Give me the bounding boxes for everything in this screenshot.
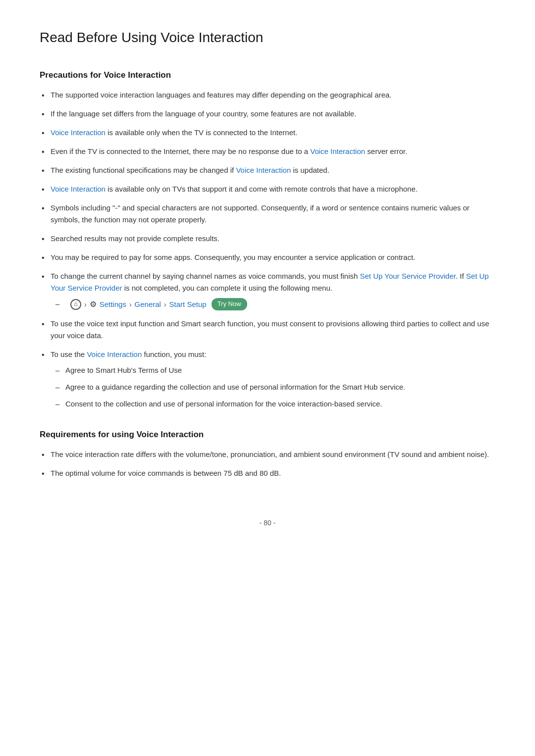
item-text: is available only on TVs that support it…	[106, 185, 418, 193]
requirements-section: Requirements for using Voice Interaction…	[40, 430, 495, 479]
set-up-service-provider-link[interactable]: Set Up Your Service Provider	[360, 272, 456, 280]
list-item: Even if the TV is connected to the Inter…	[40, 146, 495, 157]
sub-list-item: Consent to the collection and use of per…	[55, 398, 495, 410]
list-item: If the language set differs from the lan…	[40, 108, 495, 120]
chevron-icon-3: ›	[164, 299, 166, 310]
item-text: function, you must:	[142, 350, 206, 358]
list-item: To change the current channel by saying …	[40, 270, 495, 311]
sub-item-text: Agree to a guidance regarding the collec…	[65, 383, 405, 391]
page-footer: - 80 -	[40, 519, 495, 527]
try-now-badge[interactable]: Try Now	[212, 298, 247, 310]
requirements-section-title: Requirements for using Voice Interaction	[40, 430, 495, 440]
requirements-list: The voice interaction rate differs with …	[40, 449, 495, 479]
item-text: Even if the TV is connected to the Inter…	[51, 147, 310, 155]
list-item: The voice interaction rate differs with …	[40, 449, 495, 460]
item-text: . If	[456, 272, 466, 280]
item-text: If the language set differs from the lan…	[51, 109, 356, 118]
list-item: The optimal volume for voice commands is…	[40, 467, 495, 479]
page-title: Read Before Using Voice Interaction	[40, 30, 495, 50]
breadcrumb-startsetup-text: Start Setup	[169, 299, 207, 310]
chevron-icon: ›	[84, 299, 87, 310]
precautions-list: The supported voice interaction language…	[40, 89, 495, 410]
voice-interaction-link[interactable]: Voice Interaction	[236, 166, 291, 174]
voice-interaction-sublist: Agree to Smart Hub's Terms of Use Agree …	[55, 364, 495, 410]
list-item: Voice Interaction is available only on T…	[40, 183, 495, 195]
list-item: Symbols including "-" and special charac…	[40, 202, 495, 226]
voice-interaction-link[interactable]: Voice Interaction	[310, 147, 365, 155]
home-icon: ⌂	[70, 299, 81, 310]
list-item: The supported voice interaction language…	[40, 89, 495, 101]
item-text: server error.	[365, 147, 407, 155]
list-item: You may be required to pay for some apps…	[40, 252, 495, 263]
item-text: To use the	[51, 350, 87, 358]
sub-list-item: Agree to Smart Hub's Terms of Use	[55, 364, 495, 376]
item-text: is updated.	[291, 166, 329, 174]
item-text: The voice interaction rate differs with …	[51, 450, 489, 458]
breadcrumb-settings-icon: ⚙	[90, 298, 97, 311]
sub-item-text: Consent to the collection and use of per…	[65, 400, 382, 408]
list-item: Searched results may not provide complet…	[40, 233, 495, 245]
item-text: To use the voice text input function and…	[51, 319, 489, 340]
list-item: To use the voice text input function and…	[40, 318, 495, 342]
breadcrumb-settings-text: Settings	[100, 299, 126, 310]
sub-item-text: Agree to Smart Hub's Terms of Use	[65, 366, 182, 374]
item-text: The supported voice interaction language…	[51, 91, 392, 99]
voice-interaction-link[interactable]: Voice Interaction	[51, 128, 106, 137]
voice-interaction-link-3[interactable]: Voice Interaction	[87, 350, 142, 358]
item-text: The optimal volume for voice commands is…	[51, 469, 281, 477]
item-text: Searched results may not provide complet…	[51, 234, 219, 243]
sub-list-item: Agree to a guidance regarding the collec…	[55, 381, 495, 393]
precautions-section: Precautions for Voice Interaction The su…	[40, 70, 495, 410]
item-text: is available only when the TV is connect…	[106, 128, 297, 137]
item-text: The existing functional specifications m…	[51, 166, 236, 174]
item-text: To change the current channel by saying …	[51, 272, 360, 280]
breadcrumb-general-text: General	[135, 299, 161, 310]
list-item: The existing functional specifications m…	[40, 164, 495, 176]
item-text: You may be required to pay for some apps…	[51, 253, 415, 261]
item-text: Symbols including "-" and special charac…	[51, 203, 470, 224]
breadcrumb-line: ⌂ › ⚙ Settings › General › Start Setup T…	[70, 298, 495, 311]
list-item: Voice Interaction is available only when…	[40, 127, 495, 139]
item-text: is not completed, you can complete it us…	[122, 284, 332, 292]
precautions-section-title: Precautions for Voice Interaction	[40, 70, 495, 80]
voice-interaction-link[interactable]: Voice Interaction	[51, 185, 106, 193]
chevron-icon-2: ›	[129, 299, 132, 310]
breadcrumb-item: ⌂ › ⚙ Settings › General › Start Setup T…	[55, 298, 495, 311]
page-number: - 80 -	[260, 519, 276, 527]
breadcrumb-sublist: ⌂ › ⚙ Settings › General › Start Setup T…	[55, 298, 495, 311]
list-item: To use the Voice Interaction function, y…	[40, 349, 495, 410]
